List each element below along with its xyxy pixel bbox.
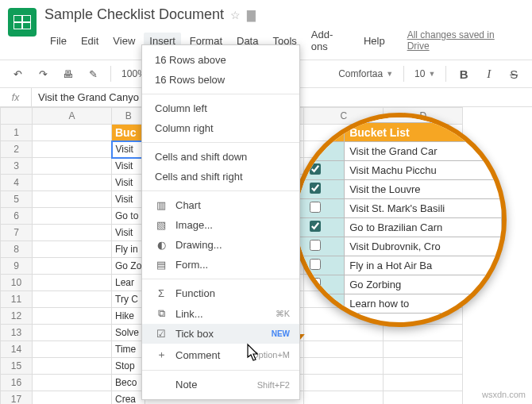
- menu-function[interactable]: ΣFunction: [142, 283, 299, 303]
- row-header[interactable]: 4: [1, 175, 33, 191]
- row-header[interactable]: 5: [1, 191, 33, 208]
- cell[interactable]: [33, 141, 112, 158]
- cell[interactable]: [384, 358, 463, 375]
- zoom-bucket-cell[interactable]: Fly in a Hot Air Ba: [345, 256, 502, 275]
- menu-file[interactable]: File: [44, 33, 72, 49]
- zoom-bucket-cell[interactable]: Go Zorbing: [345, 275, 502, 294]
- checkbox[interactable]: [310, 221, 321, 232]
- cell[interactable]: [304, 325, 384, 341]
- cell[interactable]: Visit: [112, 225, 145, 241]
- row-header[interactable]: 15: [1, 358, 33, 375]
- cell[interactable]: Fly in: [112, 241, 145, 258]
- undo-icon[interactable]: ↶: [8, 63, 29, 84]
- zoom-bucket-cell[interactable]: Visit the Louvre: [345, 180, 502, 199]
- row-header[interactable]: 1: [1, 125, 33, 141]
- cell[interactable]: [384, 375, 463, 391]
- menu-tickbox[interactable]: ☑Tick boxNEW: [142, 324, 299, 344]
- menu-comment[interactable]: ＋Comment+Option+M: [142, 344, 299, 366]
- print-icon[interactable]: 🖶: [58, 63, 79, 84]
- row-header[interactable]: 13: [1, 325, 33, 341]
- row-header[interactable]: 12: [1, 308, 33, 325]
- col-header-A[interactable]: A: [33, 108, 112, 125]
- checkbox[interactable]: [310, 259, 321, 270]
- cell[interactable]: [304, 358, 384, 375]
- paint-format-icon[interactable]: ✎: [83, 63, 104, 84]
- cell[interactable]: Solve: [112, 325, 145, 341]
- cell[interactable]: [33, 175, 112, 191]
- zoom-bucket-cell[interactable]: Visit Dubrovnik, Cro: [345, 237, 502, 256]
- row-header[interactable]: 10: [1, 275, 33, 291]
- row-header[interactable]: 2: [1, 141, 33, 158]
- zoom-bucket-cell[interactable]: Go to Brazilian Carn: [345, 218, 502, 237]
- cell[interactable]: Buc: [112, 125, 145, 141]
- cell[interactable]: [384, 391, 463, 405]
- redo-icon[interactable]: ↷: [33, 63, 54, 84]
- row-header[interactable]: 3: [1, 158, 33, 175]
- cell[interactable]: [304, 391, 384, 405]
- cell[interactable]: [33, 225, 112, 241]
- zoom-bucket-cell[interactable]: Visit St. Mark's Basili: [345, 199, 502, 218]
- select-all-corner[interactable]: [1, 108, 33, 125]
- font-selector[interactable]: Comfortaa▼: [335, 68, 396, 79]
- save-status[interactable]: All changes saved in Drive: [402, 27, 524, 54]
- checkbox[interactable]: [310, 183, 321, 194]
- row-header[interactable]: 16: [1, 375, 33, 391]
- cell[interactable]: [33, 391, 112, 405]
- checkbox[interactable]: [310, 202, 321, 213]
- cell[interactable]: Beco: [112, 375, 145, 391]
- cell[interactable]: [33, 325, 112, 341]
- menu-edit[interactable]: Edit: [75, 33, 104, 49]
- strikethrough-button[interactable]: S: [503, 63, 524, 84]
- cell[interactable]: Visit: [112, 158, 145, 175]
- bold-button[interactable]: B: [453, 63, 474, 84]
- cell[interactable]: [33, 158, 112, 175]
- cell[interactable]: Time: [112, 341, 145, 358]
- row-header[interactable]: 7: [1, 225, 33, 241]
- row-header[interactable]: 8: [1, 241, 33, 258]
- cell[interactable]: Go Zo: [112, 258, 145, 275]
- cell[interactable]: Crea: [112, 391, 145, 405]
- cell[interactable]: [33, 308, 112, 325]
- cell[interactable]: Visit: [112, 141, 145, 158]
- document-title[interactable]: Sample Checklist Document: [44, 6, 224, 23]
- menu-column-right[interactable]: Column right: [142, 118, 299, 138]
- menu-chart[interactable]: ▥Chart: [142, 195, 299, 215]
- cell[interactable]: [33, 375, 112, 391]
- cell[interactable]: [33, 291, 112, 308]
- checkbox[interactable]: [310, 164, 321, 175]
- cell[interactable]: [33, 241, 112, 258]
- cell[interactable]: [33, 125, 112, 141]
- cell[interactable]: [33, 358, 112, 375]
- row-header[interactable]: 6: [1, 208, 33, 225]
- cell[interactable]: [33, 258, 112, 275]
- zoom-bucket-cell[interactable]: Learn how to: [345, 294, 502, 314]
- cell[interactable]: Hike: [112, 308, 145, 325]
- star-icon[interactable]: ☆: [230, 9, 241, 21]
- menu-cells-right[interactable]: Cells and shift right: [142, 167, 299, 187]
- menu-help[interactable]: Help: [358, 33, 391, 49]
- menu-form[interactable]: ▤Form...: [142, 255, 299, 275]
- cell[interactable]: [384, 341, 463, 358]
- row-header[interactable]: 11: [1, 291, 33, 308]
- cell[interactable]: Stop: [112, 358, 145, 375]
- cell[interactable]: [33, 341, 112, 358]
- menu-cells-down[interactable]: Cells and shift down: [142, 147, 299, 167]
- cell[interactable]: [304, 375, 384, 391]
- zoom-bucket-cell[interactable]: Visit the Grand Car: [345, 142, 502, 161]
- menu-rows-above[interactable]: 16 Rows above: [142, 50, 299, 70]
- folder-icon[interactable]: ▇: [247, 9, 256, 21]
- menu-link[interactable]: ⧉Link...⌘K: [142, 303, 299, 324]
- cell[interactable]: [304, 341, 384, 358]
- cell[interactable]: Go to: [112, 208, 145, 225]
- cell[interactable]: [33, 191, 112, 208]
- menu-column-left[interactable]: Column left: [142, 98, 299, 118]
- cell[interactable]: Visit: [112, 175, 145, 191]
- checkbox[interactable]: [310, 240, 321, 251]
- menu-drawing[interactable]: ◐Drawing...: [142, 235, 299, 255]
- row-header[interactable]: 17: [1, 391, 33, 405]
- zoom-bucket-cell[interactable]: Visit Machu Picchu: [345, 161, 502, 180]
- italic-button[interactable]: I: [479, 63, 499, 84]
- menu-note[interactable]: NoteShift+F2: [142, 375, 299, 394]
- cell[interactable]: Try C: [112, 291, 145, 308]
- cell[interactable]: Lear: [112, 275, 145, 291]
